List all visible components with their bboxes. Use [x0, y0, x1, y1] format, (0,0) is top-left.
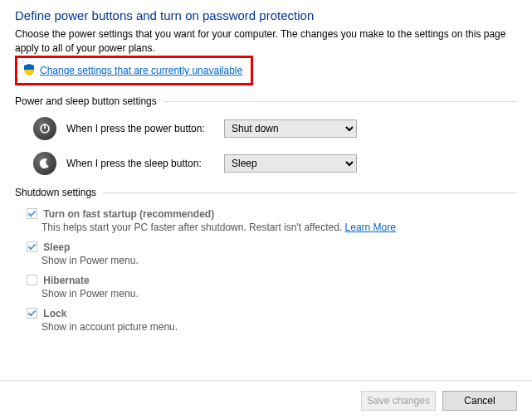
hibernate-checkbox	[27, 275, 37, 285]
sleep-button-select[interactable]: Sleep	[224, 154, 357, 173]
lock-checkbox	[27, 308, 37, 319]
lock-desc: Show in account picture menu.	[41, 321, 517, 333]
hibernate-label: Hibernate	[43, 275, 89, 286]
power-icon	[33, 117, 56, 140]
learn-more-link[interactable]: Learn More	[345, 222, 396, 233]
save-button: Save changes	[361, 391, 436, 411]
sleep-icon	[33, 152, 56, 175]
cancel-button[interactable]: Cancel	[442, 391, 517, 411]
sleep-button-label: When I press the sleep button:	[66, 158, 224, 169]
fast-startup-desc: This helps start your PC faster after sh…	[41, 222, 517, 233]
lock-label: Lock	[43, 308, 66, 319]
section-shutdown: Shutdown settings	[15, 187, 517, 198]
shield-icon	[22, 63, 36, 79]
footer: Save changes Cancel	[0, 380, 532, 411]
hibernate-desc: Show in Power menu.	[41, 288, 517, 300]
page-title: Define power buttons and turn on passwor…	[15, 8, 517, 22]
fast-startup-label: Turn on fast startup (recommended)	[43, 208, 214, 220]
power-button-label: When I press the power button:	[66, 123, 224, 134]
change-settings-link[interactable]: Change settings that are currently unava…	[40, 65, 242, 76]
page-description: Choose the power settings that you want …	[15, 27, 517, 56]
power-button-select[interactable]: Shut down	[224, 119, 357, 138]
sleep-opt-desc: Show in Power menu.	[41, 255, 517, 266]
highlight-annotation: Change settings that are currently unava…	[15, 56, 253, 85]
section-power-sleep: Power and sleep button settings	[15, 95, 517, 107]
sleep-checkbox	[27, 241, 37, 252]
fast-startup-checkbox	[27, 208, 37, 219]
sleep-opt-label: Sleep	[43, 241, 70, 253]
